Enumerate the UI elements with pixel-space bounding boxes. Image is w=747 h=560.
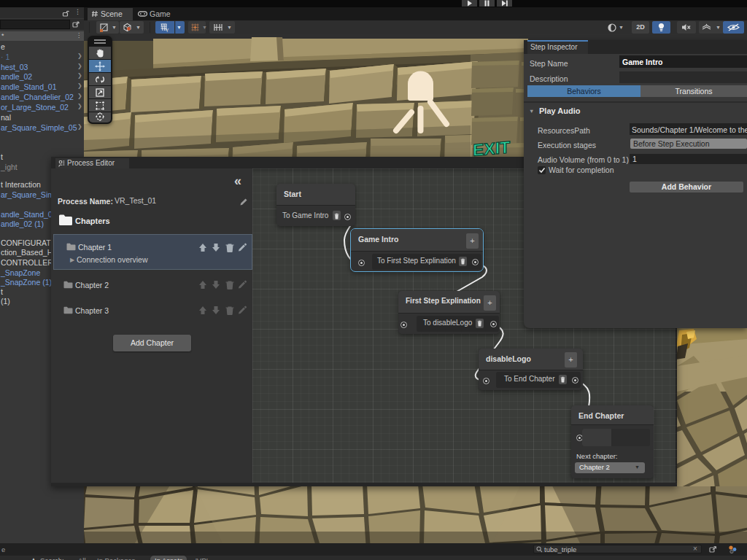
svg-text:Y: Y [166, 28, 169, 33]
